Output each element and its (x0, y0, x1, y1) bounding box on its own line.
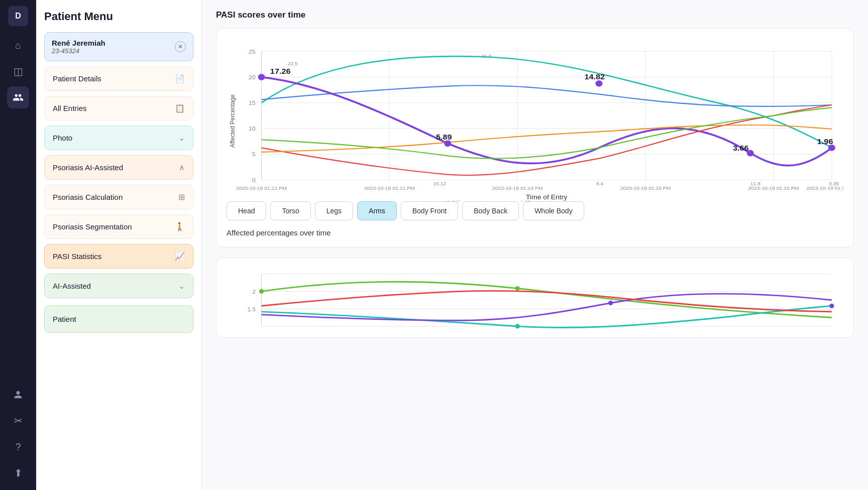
chart-icon: 📈 (175, 252, 185, 261)
svg-point-33 (595, 80, 602, 87)
sidebar-item-psoriasis-ai[interactable]: Psoriasis AI-Assisted ∧ (44, 155, 193, 180)
person-icon[interactable] (7, 384, 29, 406)
svg-text:2023-10-19 01:11 PM: 2023-10-19 01:11 PM (364, 185, 415, 191)
bottom-chart-area: 2 1.5 (227, 268, 843, 328)
tab-arms[interactable]: Arms (357, 201, 397, 220)
patients-icon[interactable] (7, 86, 29, 108)
svg-point-39 (828, 145, 835, 151)
svg-text:0.07: 0.07 (520, 200, 531, 201)
svg-point-58 (515, 324, 520, 328)
svg-text:0: 0 (252, 177, 256, 183)
svg-text:22.5: 22.5 (288, 61, 298, 66)
bottom-chart-card: 2 1.5 (216, 258, 854, 338)
svg-text:17.26: 17.26 (270, 67, 291, 75)
svg-text:21.9: 21.9 (481, 54, 492, 59)
svg-point-26 (258, 74, 265, 80)
chevron-down-icon-2: ⌄ (178, 281, 185, 291)
icon-bar: D ⌂ ◫ ✂ ? ⬆ (0, 0, 36, 490)
sidebar-item-pasi-statistics[interactable]: PASI Statistics 📈 (44, 244, 193, 269)
sidebar-item-all-entries[interactable]: All Entries 📋 (44, 96, 193, 120)
patient-name: René Jeremiah (52, 39, 105, 47)
svg-point-56 (515, 286, 520, 291)
home-icon[interactable]: ⌂ (7, 34, 29, 56)
sidebar-item-psoriasis-segmentation[interactable]: Psoriasis Segmentation 🚶 (44, 214, 193, 239)
svg-text:3.66: 3.66 (733, 144, 749, 152)
svg-text:2023-10-19 01:11 PM: 2023-10-19 01:11 PM (236, 185, 287, 191)
sidebar-item-patient-details[interactable]: Patient Details 📄 (44, 66, 193, 91)
body-part-tabs: Head Torso Legs Arms Body Front Body Bac… (227, 201, 843, 220)
file-icon: 📄 (175, 74, 185, 83)
svg-point-30 (444, 140, 451, 147)
svg-text:11.8: 11.8 (750, 181, 761, 186)
svg-text:10: 10 (249, 126, 256, 132)
main-content: PASI scores over time 25 20 (202, 0, 868, 490)
tab-legs[interactable]: Legs (315, 201, 353, 220)
svg-text:14.82: 14.82 (584, 72, 605, 80)
chevron-down-icon: ⌄ (178, 133, 185, 143)
svg-text:8.4: 8.4 (596, 181, 604, 186)
chevron-up-icon: ∧ (179, 163, 185, 172)
svg-text:5: 5 (252, 151, 256, 158)
svg-text:1.5: 1.5 (248, 306, 256, 312)
tab-body-front[interactable]: Body Front (401, 201, 458, 220)
svg-text:15.12: 15.12 (433, 181, 447, 186)
help-icon[interactable]: ? (7, 436, 29, 458)
sidebar-title: Patient Menu (44, 10, 193, 23)
patient-card[interactable]: René Jeremiah 23-45324 ✕ (44, 32, 193, 61)
svg-text:Time of Entry: Time of Entry (526, 193, 567, 200)
svg-text:2023-10-19 01:14 PM: 2023-10-19 01:14 PM (492, 185, 543, 191)
tab-head[interactable]: Head (227, 201, 266, 220)
svg-point-55 (259, 289, 264, 294)
tab-torso[interactable]: Torso (270, 201, 310, 220)
sidebar: Patient Menu René Jeremiah 23-45324 ✕ Pa… (36, 0, 202, 490)
svg-text:25: 25 (249, 48, 256, 55)
bottom-chart-svg: 2 1.5 (227, 268, 843, 332)
svg-text:3.35: 3.35 (829, 181, 839, 186)
clipboard-icon: 📋 (175, 103, 185, 113)
svg-text:20: 20 (249, 74, 256, 80)
sidebar-item-psoriasis-calculation[interactable]: Psoriasis Calculation ⊞ (44, 185, 193, 209)
pasi-chart-card: 25 20 15 10 5 0 Affected Percentage 2023… (216, 28, 854, 248)
svg-text:2023-10-19 01:15 PM: 2023-10-19 01:15 PM (620, 185, 671, 191)
svg-text:5.89: 5.89 (436, 133, 452, 141)
figure-icon: 🚶 (175, 222, 185, 231)
svg-text:15: 15 (249, 99, 256, 106)
export-icon[interactable]: ⬆ (7, 462, 29, 484)
pasi-chart-svg: 25 20 15 10 5 0 Affected Percentage 2023… (227, 41, 843, 201)
pasi-chart-area: 25 20 15 10 5 0 Affected Percentage 2023… (227, 41, 843, 201)
sidebar-item-patient-bottom[interactable]: Patient (44, 305, 193, 333)
calculator-icon[interactable]: ◫ (7, 60, 29, 82)
svg-text:2: 2 (252, 289, 255, 295)
svg-point-57 (608, 301, 613, 305)
grid-icon: ⊞ (178, 192, 185, 202)
pasi-scores-title: PASI scores over time (216, 10, 854, 20)
sidebar-item-photo[interactable]: Photo ⌄ (44, 126, 193, 150)
sidebar-item-ai-assisted[interactable]: AI-Assisted ⌄ (44, 274, 193, 298)
patient-card-close-button[interactable]: ✕ (175, 41, 186, 52)
svg-text:Affected Percentage: Affected Percentage (229, 94, 237, 148)
svg-point-59 (829, 304, 834, 308)
svg-text:11.765: 11.765 (445, 200, 461, 201)
affected-title: Affected percentages over time (227, 228, 843, 237)
svg-text:1.96: 1.96 (817, 137, 833, 145)
patient-id: 23-45324 (52, 47, 105, 55)
app-logo[interactable]: D (8, 6, 28, 26)
tools-icon[interactable]: ✂ (7, 410, 29, 432)
tab-body-back[interactable]: Body Back (462, 201, 519, 220)
tab-whole-body[interactable]: Whole Body (523, 201, 584, 220)
